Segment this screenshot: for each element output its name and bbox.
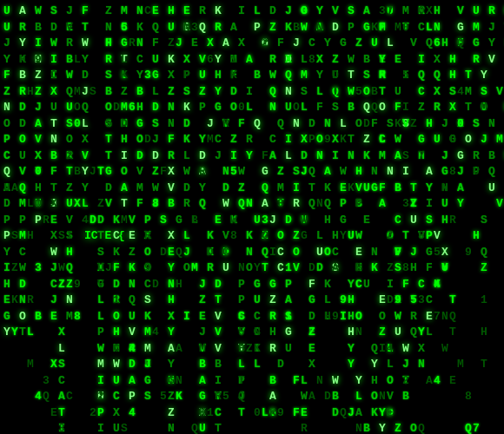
matrix-container — [0, 0, 504, 434]
